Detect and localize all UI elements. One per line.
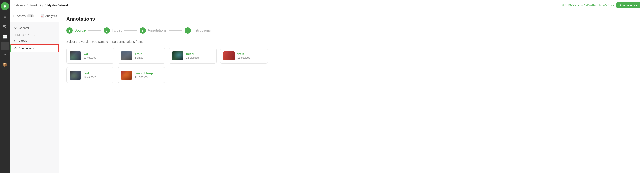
version-info-test: test 12 classes xyxy=(84,72,110,79)
tab-assets-label: Assets xyxy=(17,14,26,18)
step-divider-2 xyxy=(124,30,137,31)
version-card-test[interactable]: test 12 classes xyxy=(66,67,114,83)
step-source: 1 Source xyxy=(66,27,86,34)
sidebar-icon-panel: ◉ ⊞ 🖼 📊 ⊟ ⚙ 📦 xyxy=(0,0,10,173)
annotations-dropdown-button[interactable]: Annotations ▾ xyxy=(616,2,640,8)
nav-item-annotations[interactable]: ⚙ Annotations xyxy=(10,44,59,52)
version-card-initial[interactable]: initial 11 classes xyxy=(169,48,216,64)
version-thumb-test xyxy=(70,71,81,80)
assets-icon: ⊞ xyxy=(13,14,16,18)
version-card-val[interactable]: val 11 classes xyxy=(66,48,114,64)
tab-analytics-label: Analytics xyxy=(45,14,57,18)
step-2-circle: 2 xyxy=(104,27,110,34)
labels-icon: 🏷 xyxy=(14,39,17,42)
tab-assets[interactable]: ⊞ Assets 100 xyxy=(10,11,37,22)
breadcrumb-datasets[interactable]: Datasets xyxy=(14,4,25,7)
step-1-circle: 1 xyxy=(66,27,72,34)
step-target: 2 Target xyxy=(104,27,122,34)
dataset-id: 0189e50c-fccd-7544-a1bf-1dbda75d18ce xyxy=(565,4,614,7)
version-thumb-train-lower xyxy=(224,51,235,60)
version-info-train-upper: Train 1 class xyxy=(135,52,162,59)
version-name-val: val xyxy=(84,52,110,56)
version-name-train-upper: Train xyxy=(135,52,162,56)
general-icon: ⚙ xyxy=(14,26,17,30)
version-thumb-val xyxy=(70,51,81,60)
dataset-icon[interactable]: ⊞ xyxy=(1,14,9,22)
version-info-train-lower: train 11 classes xyxy=(237,52,264,59)
step-2-label: Target xyxy=(112,29,122,33)
version-card-train-fbloop[interactable]: train_fbloop 11 classes xyxy=(118,67,165,83)
stepper: 1 Source 2 Target 3 Annotations xyxy=(66,27,637,34)
logo-icon[interactable]: ◉ xyxy=(1,2,9,10)
version-cards-row1: val 11 classes Train 1 class initial 1 xyxy=(66,48,268,64)
left-nav: ⊞ Assets 100 📈 Analytics ⚙ Settings ⚙ Ge… xyxy=(10,11,59,173)
version-classes-val: 11 classes xyxy=(84,56,110,59)
version-thumb-initial xyxy=(172,51,184,60)
nav-labels-label: Labels xyxy=(19,39,27,42)
step-4-circle: 4 xyxy=(184,27,191,34)
copy-icon: ⎘ xyxy=(562,4,564,7)
image-icon[interactable]: 🖼 xyxy=(1,23,9,31)
version-card-train-lower[interactable]: train 11 classes xyxy=(220,48,268,64)
version-name-test: test xyxy=(84,72,110,75)
version-card-train-upper[interactable]: Train 1 class xyxy=(118,48,165,64)
nav-item-general[interactable]: ⚙ General xyxy=(10,25,59,31)
version-classes-initial: 11 classes xyxy=(186,56,213,59)
step-1-label: Source xyxy=(74,29,86,33)
nav-annotations-label: Annotations xyxy=(18,46,34,50)
version-info-train-fbloop: train_fbloop 11 classes xyxy=(135,72,162,79)
version-info-val: val 11 classes xyxy=(84,52,110,59)
copy-id-section[interactable]: ⎘ 0189e50c-fccd-7544-a1bf-1dbda75d18ce xyxy=(562,4,614,7)
package-icon[interactable]: 📦 xyxy=(1,61,9,69)
version-name-train-fbloop: train_fbloop xyxy=(135,72,162,75)
header-right: ⎘ 0189e50c-fccd-7544-a1bf-1dbda75d18ce A… xyxy=(562,2,640,8)
step-3-label: Annotations xyxy=(148,29,166,33)
nav-general-label: General xyxy=(18,26,29,30)
nav-section-configuration: Configuration xyxy=(10,31,59,37)
select-instruction: Select the version you want to import an… xyxy=(66,40,637,44)
version-classes-test: 12 classes xyxy=(84,76,110,79)
step-divider-1 xyxy=(88,30,102,31)
annotations-nav-icon: ⚙ xyxy=(14,46,17,50)
breadcrumb-bar: Datasets / Smart_city / MyNewDataset ⎘ 0… xyxy=(10,0,644,11)
version-classes-train-fbloop: 11 classes xyxy=(135,76,162,79)
version-name-initial: initial xyxy=(186,52,213,56)
version-classes-train-upper: 1 class xyxy=(135,56,162,59)
step-4-label: Instructions xyxy=(192,29,211,33)
version-cards-row2: test 12 classes train_fbloop 11 classes xyxy=(66,67,268,83)
version-classes-train-lower: 11 classes xyxy=(237,56,264,59)
breadcrumb-smart-city[interactable]: Smart_city xyxy=(29,4,43,7)
version-thumb-train-upper xyxy=(121,51,132,60)
model-icon[interactable]: ⚙ xyxy=(1,51,9,59)
tab-bar: ⊞ Assets 100 📈 Analytics ⚙ Settings xyxy=(10,11,59,22)
breadcrumb-dataset-name[interactable]: MyNewDataset xyxy=(48,4,68,7)
left-nav-content: ⚙ General Configuration 🏷 Labels ⚙ Annot… xyxy=(10,22,59,55)
version-thumb-fbloop xyxy=(121,71,132,80)
step-3-circle: 3 xyxy=(140,27,146,34)
main-content: Annotations 1 Source 2 Target xyxy=(59,11,644,173)
nav-item-labels[interactable]: 🏷 Labels xyxy=(10,37,59,44)
step-instructions: 4 Instructions xyxy=(184,27,211,34)
assets-badge: 100 xyxy=(27,14,34,18)
step-annotations: 3 Annotations xyxy=(140,27,166,34)
version-name-train-lower: train xyxy=(237,52,264,56)
layers-icon[interactable]: ⊟ xyxy=(1,42,9,50)
analytics-icon: 📈 xyxy=(40,14,44,18)
page-title: Annotations xyxy=(66,16,637,22)
step-divider-3 xyxy=(169,30,182,31)
tab-analytics[interactable]: 📈 Analytics xyxy=(37,11,60,22)
version-info-initial: initial 11 classes xyxy=(186,52,213,59)
chart-icon[interactable]: 📊 xyxy=(1,32,9,40)
